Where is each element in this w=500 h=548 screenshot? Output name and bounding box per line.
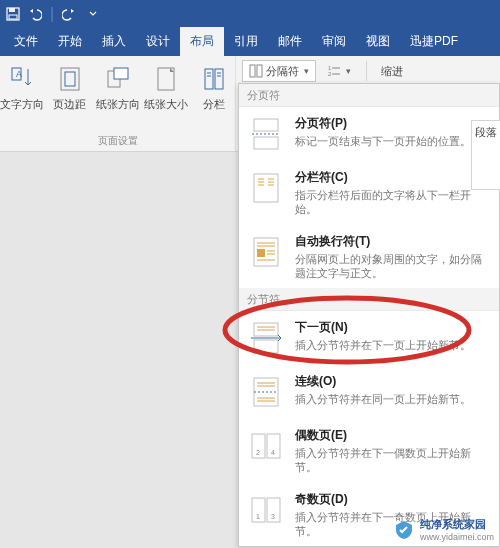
column-break-icon <box>247 169 285 207</box>
menu-item-desc: 插入分节符并在同一页上开始新节。 <box>295 392 489 406</box>
continuous-icon <box>247 373 285 411</box>
menu-item-title: 自动换行符(T) <box>295 233 489 250</box>
svg-rect-5 <box>61 68 79 90</box>
svg-rect-25 <box>254 174 278 202</box>
svg-rect-16 <box>250 65 255 77</box>
tab-references[interactable]: 引用 <box>224 27 268 56</box>
svg-rect-35 <box>257 249 265 257</box>
tab-xunjie[interactable]: 迅捷PDF <box>400 27 468 56</box>
tab-review[interactable]: 审阅 <box>312 27 356 56</box>
watermark-logo-icon <box>394 520 414 540</box>
group-page-setup-label: 页面设置 <box>2 132 233 151</box>
tab-file[interactable]: 文件 <box>4 27 48 56</box>
orientation-button[interactable]: 纸张方向 <box>95 60 141 132</box>
menu-item-continuous[interactable]: 连续(O) 插入分节符并在同一页上开始新节。 <box>239 365 499 419</box>
size-label: 纸张大小 <box>144 98 188 111</box>
watermark-brand: 纯净系统家园 <box>420 517 494 532</box>
svg-rect-40 <box>254 340 278 353</box>
orientation-label: 纸张方向 <box>96 98 140 111</box>
size-button[interactable]: 纸张大小 <box>143 60 189 132</box>
ribbon-tabs: 文件 开始 插入 设计 布局 引用 邮件 审阅 视图 迅捷PDF <box>0 28 500 56</box>
menu-item-text-wrapping[interactable]: 自动换行符(T) 分隔网页上的对象周围的文字，如分隔题注文字与正文。 <box>239 225 499 289</box>
menu-item-next-page[interactable]: 下一页(N) 插入分节符并在下一页上开始新节。 <box>239 311 499 365</box>
qat-more-chevron-icon[interactable] <box>86 7 100 21</box>
tab-mail[interactable]: 邮件 <box>268 27 312 56</box>
menu-item-title: 分栏符(C) <box>295 169 489 186</box>
save-icon[interactable] <box>6 7 20 21</box>
svg-rect-1 <box>9 8 15 12</box>
menu-item-title: 分页符(P) <box>295 115 489 132</box>
svg-text:1: 1 <box>256 513 260 520</box>
menu-item-even-page[interactable]: 24 偶数页(E) 插入分节符并在下一偶数页上开始新节。 <box>239 419 499 483</box>
even-page-icon: 24 <box>247 427 285 465</box>
tab-insert[interactable]: 插入 <box>92 27 136 56</box>
chevron-down-icon: ▾ <box>304 66 309 76</box>
watermark-url: www.yidaimei.com <box>420 532 494 542</box>
breaks-menu: 分页符 分页符(P) 标记一页结束与下一页开始的位置。 分栏符(C) 指示分栏符… <box>238 83 500 547</box>
columns-label: 分栏 <box>203 98 225 111</box>
breaks-label: 分隔符 <box>266 64 299 79</box>
orientation-icon <box>103 64 133 94</box>
columns-icon <box>199 64 229 94</box>
menu-header-section-breaks: 分节符 <box>239 288 499 311</box>
menu-item-page-break[interactable]: 分页符(P) 标记一页结束与下一页开始的位置。 <box>239 107 499 161</box>
svg-rect-11 <box>215 69 223 89</box>
qat-separator: | <box>50 5 54 23</box>
svg-text:3: 3 <box>271 513 275 520</box>
menu-item-desc: 标记一页结束与下一页开始的位置。 <box>295 134 489 148</box>
text-direction-icon: A <box>7 64 37 94</box>
svg-rect-8 <box>114 68 128 79</box>
paragraph-label: 段落 <box>475 125 497 140</box>
menu-item-column-break[interactable]: 分栏符(C) 指示分栏符后面的文字将从下一栏开始。 <box>239 161 499 225</box>
chevron-down-icon: ▾ <box>346 66 351 76</box>
svg-text:A: A <box>16 69 22 79</box>
text-direction-button[interactable]: A 文字方向 <box>0 60 45 132</box>
tab-view[interactable]: 视图 <box>356 27 400 56</box>
menu-header-page-breaks: 分页符 <box>239 84 499 107</box>
breaks-icon <box>249 64 263 78</box>
menu-item-title: 连续(O) <box>295 373 489 390</box>
group-page-setup: A 文字方向 页边距 纸张方向 纸张大小 <box>0 56 236 151</box>
svg-rect-17 <box>257 65 262 77</box>
svg-text:2: 2 <box>328 71 332 77</box>
line-numbers-icon: 12 <box>327 64 341 78</box>
size-icon <box>151 64 181 94</box>
watermark: 纯净系统家园 www.yidaimei.com <box>394 517 494 542</box>
line-numbers-button[interactable]: 12 ▾ <box>320 60 358 82</box>
svg-rect-2 <box>9 15 17 19</box>
svg-rect-23 <box>254 137 278 149</box>
paragraph-group-fragment: 段落 <box>471 120 500 190</box>
svg-text:4: 4 <box>271 449 275 456</box>
tab-layout[interactable]: 布局 <box>180 27 224 56</box>
menu-item-title: 奇数页(D) <box>295 491 489 508</box>
odd-page-icon: 13 <box>247 491 285 529</box>
undo-icon[interactable] <box>28 7 42 21</box>
indent-label: 缩进 <box>381 64 403 79</box>
menu-item-desc: 插入分节符并在下一页上开始新节。 <box>295 338 489 352</box>
menu-item-title: 偶数页(E) <box>295 427 489 444</box>
margins-button[interactable]: 页边距 <box>47 60 93 132</box>
svg-rect-6 <box>65 72 75 86</box>
svg-rect-22 <box>254 119 278 131</box>
titlebar: | <box>0 0 500 28</box>
columns-button[interactable]: 分栏 <box>191 60 237 132</box>
svg-rect-10 <box>205 69 213 89</box>
margins-icon <box>55 64 85 94</box>
redo-icon[interactable] <box>62 7 76 21</box>
next-page-icon <box>247 319 285 357</box>
tab-design[interactable]: 设计 <box>136 27 180 56</box>
page-break-icon <box>247 115 285 153</box>
breaks-button[interactable]: 分隔符 ▾ <box>242 60 316 82</box>
menu-item-desc: 插入分节符并在下一偶数页上开始新节。 <box>295 446 489 475</box>
document-area[interactable] <box>0 152 238 548</box>
text-wrap-icon <box>247 233 285 271</box>
margins-label: 页边距 <box>53 98 86 111</box>
menu-item-desc: 指示分栏符后面的文字将从下一栏开始。 <box>295 188 489 217</box>
menu-item-desc: 分隔网页上的对象周围的文字，如分隔题注文字与正文。 <box>295 252 489 281</box>
tab-home[interactable]: 开始 <box>48 27 92 56</box>
svg-text:2: 2 <box>256 449 260 456</box>
text-direction-label: 文字方向 <box>0 98 44 111</box>
menu-item-title: 下一页(N) <box>295 319 489 336</box>
